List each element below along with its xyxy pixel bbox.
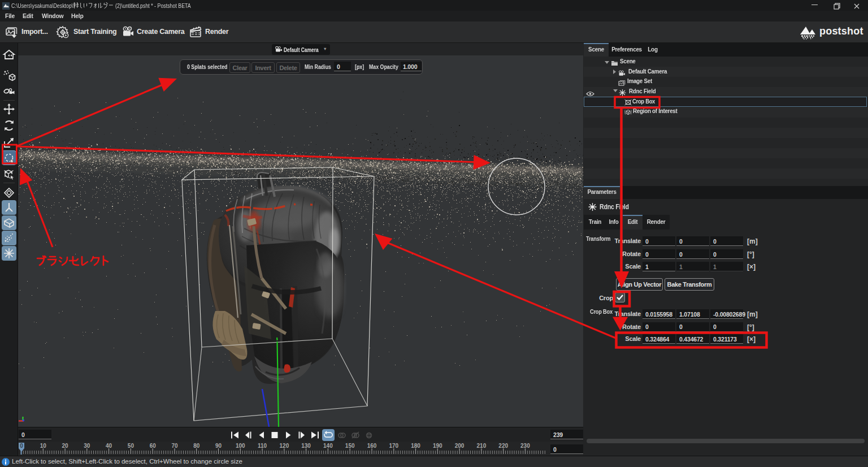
svg-text:160: 160 (367, 443, 377, 449)
svg-text:150: 150 (345, 443, 355, 449)
svg-text:110: 110 (258, 443, 267, 449)
svg-text:80: 80 (193, 443, 200, 449)
svg-text:220: 220 (498, 443, 508, 449)
svg-text:180: 180 (411, 443, 420, 449)
svg-text:20: 20 (62, 443, 69, 449)
svg-text:50: 50 (128, 443, 134, 449)
svg-text:90: 90 (215, 443, 222, 449)
svg-text:130: 130 (301, 443, 311, 449)
svg-text:40: 40 (106, 443, 112, 449)
svg-text:0: 0 (20, 443, 23, 449)
svg-text:170: 170 (389, 443, 398, 449)
svg-text:140: 140 (323, 443, 333, 449)
svg-text:120: 120 (280, 443, 289, 449)
svg-text:100: 100 (236, 443, 245, 449)
svg-text:60: 60 (150, 443, 157, 449)
svg-text:190: 190 (433, 443, 442, 449)
svg-text:10: 10 (40, 443, 47, 449)
svg-text:200: 200 (455, 443, 465, 449)
svg-text:210: 210 (477, 443, 487, 449)
svg-text:30: 30 (84, 443, 90, 449)
svg-text:70: 70 (171, 443, 178, 449)
svg-text:230: 230 (520, 443, 530, 449)
